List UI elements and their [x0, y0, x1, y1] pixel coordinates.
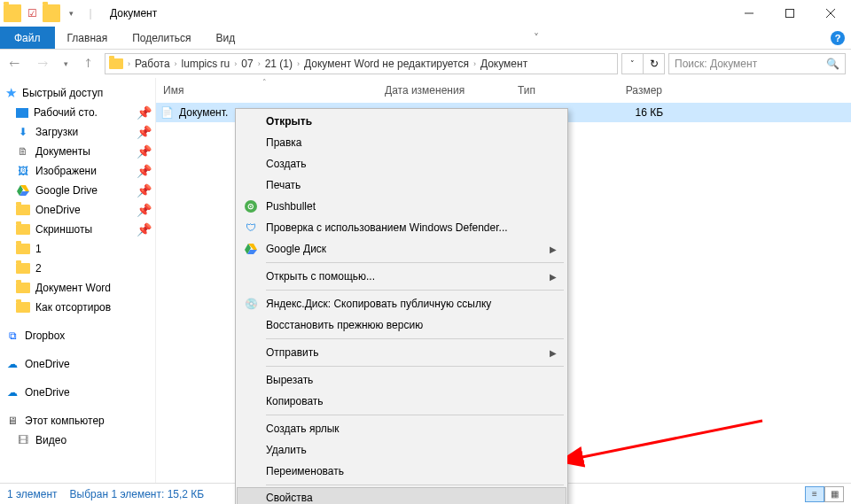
sidebar-quick-access[interactable]: ★Быстрый доступ	[0, 83, 155, 103]
breadcrumb[interactable]: Работа	[135, 58, 170, 70]
sidebar-onedrive-2[interactable]: ☁OneDrive	[0, 383, 155, 402]
breadcrumb[interactable]: 07	[241, 58, 253, 70]
breadcrumb[interactable]: 21 (1)	[265, 58, 293, 70]
menu-separator	[266, 485, 564, 485]
sidebar-item-word-doc[interactable]: Документ Word	[0, 278, 155, 298]
sidebar-item-sort[interactable]: Как отсортиров	[0, 298, 155, 317]
nav-up-button[interactable]: 🡑	[76, 53, 101, 74]
maximize-button[interactable]	[769, 0, 810, 27]
sidebar-item-1[interactable]: 1	[0, 239, 155, 259]
pin-icon: 📌	[137, 183, 152, 198]
help-button[interactable]: ?	[824, 27, 851, 49]
submenu-arrow-icon: ▶	[550, 348, 557, 358]
sidebar-this-pc[interactable]: 🖥Этот компьютер	[0, 411, 155, 430]
menu-item-label: Создать	[266, 158, 307, 170]
desktop-icon	[16, 108, 28, 118]
menu-item[interactable]: Восстановить прежнюю версию	[238, 314, 566, 336]
menu-item-label: Свойства	[266, 492, 313, 504]
status-selected: Выбран 1 элемент: 15,2 КБ	[70, 488, 205, 500]
ribbon: Файл Главная Поделиться Вид ˅ ?	[0, 27, 851, 50]
pushbullet-icon: ⊙	[243, 198, 259, 214]
menu-item[interactable]: ⊙Pushbullet	[238, 196, 566, 217]
column-size[interactable]: Размер	[599, 78, 670, 103]
menu-item[interactable]: Отправить▶	[238, 342, 566, 363]
menu-item-label: Вырезать	[266, 374, 313, 386]
menu-item[interactable]: Создать	[238, 153, 566, 174]
menu-item[interactable]: Вырезать	[238, 369, 566, 391]
folder-icon	[109, 57, 123, 71]
sidebar-item-onedrive-folder[interactable]: OneDrive📌	[0, 200, 155, 220]
pin-icon: 📌	[137, 164, 152, 178]
close-button[interactable]	[810, 0, 851, 27]
breadcrumb[interactable]: Документ Word не редактируется	[304, 58, 469, 70]
sidebar-onedrive[interactable]: ☁OneDrive	[0, 354, 155, 374]
menu-item-label: Проверка с использованием Windows Defend…	[266, 221, 508, 234]
menu-item[interactable]: 🛡Проверка с использованием Windows Defen…	[238, 217, 566, 238]
breadcrumb[interactable]: lumpics ru	[182, 58, 230, 70]
address-bar[interactable]: › Работа› lumpics ru› 07› 21 (1)› Докуме…	[105, 53, 618, 74]
menu-item[interactable]: Открыть с помощью...▶	[238, 266, 566, 287]
pin-icon: 📌	[137, 105, 152, 120]
sidebar-item-video[interactable]: 🎞Видео	[0, 430, 155, 450]
ribbon-file[interactable]: Файл	[0, 27, 55, 49]
menu-item[interactable]: Копировать	[238, 391, 566, 412]
menu-item[interactable]: Создать ярлык	[238, 418, 566, 439]
menu-item[interactable]: Google Диск▶	[238, 238, 566, 260]
breadcrumb[interactable]: Документ	[480, 58, 527, 70]
menu-item-label: Восстановить прежнюю версию	[266, 319, 423, 331]
menu-item[interactable]: Открыть	[238, 111, 566, 132]
nav-history-dropdown[interactable]: ▾	[59, 53, 73, 74]
pin-icon: 📌	[137, 144, 152, 159]
qat-dropdown-icon[interactable]: ▾	[62, 4, 80, 22]
nav-back-button[interactable]: 🡐	[2, 53, 27, 74]
status-count: 1 элемент	[7, 488, 58, 500]
downloads-icon: ⬇	[16, 125, 30, 139]
address-dropdown-button[interactable]: ˅	[621, 54, 643, 74]
folder-icon	[16, 203, 30, 217]
sidebar-item-screenshots[interactable]: Скриншоты📌	[0, 220, 155, 239]
sort-indicator-icon: ˄	[262, 78, 267, 87]
context-menu: ОткрытьПравкаСоздатьПечать⊙Pushbullet🛡Пр…	[235, 108, 568, 504]
menu-item[interactable]: Удалить	[238, 439, 566, 461]
menu-item[interactable]: 💿Яндекс.Диск: Скопировать публичную ссыл…	[238, 293, 566, 314]
refresh-button[interactable]: ↻	[643, 54, 664, 74]
chevron-right-icon: ›	[126, 59, 132, 68]
video-icon: 🎞	[16, 433, 30, 447]
details-view-button[interactable]: ≡	[805, 486, 824, 502]
column-date[interactable]: Дата изменения	[378, 78, 511, 103]
column-type[interactable]: Тип	[511, 78, 599, 103]
sidebar-item-downloads[interactable]: ⬇Загрузки📌	[0, 122, 155, 142]
sidebar-item-pictures[interactable]: 🖼Изображени📌	[0, 161, 155, 181]
file-name: Документ.	[179, 106, 228, 119]
menu-item-label: Переименовать	[266, 465, 344, 477]
address-row: 🡐 🡒 ▾ 🡑 › Работа› lumpics ru› 07› 21 (1)…	[0, 50, 851, 78]
folder-small-icon	[4, 4, 21, 22]
nav-forward-button[interactable]: 🡒	[30, 53, 55, 74]
folder-icon	[16, 261, 30, 275]
menu-separator	[266, 290, 564, 291]
minimize-button[interactable]	[729, 0, 769, 27]
folder-qa-icon[interactable]	[43, 4, 60, 22]
menu-item[interactable]: Свойства	[237, 487, 566, 504]
folder-icon	[16, 222, 30, 236]
sidebar-dropbox[interactable]: ⧉Dropbox	[0, 326, 155, 345]
menu-separator	[266, 262, 564, 263]
ribbon-tab-share[interactable]: Поделиться	[120, 27, 203, 49]
menu-item[interactable]: Правка	[238, 132, 566, 153]
search-input[interactable]: Поиск: Документ 🔍	[668, 53, 846, 74]
search-placeholder: Поиск: Документ	[675, 58, 757, 70]
sidebar-item-2[interactable]: 2	[0, 259, 155, 278]
column-name[interactable]: Имя	[156, 78, 378, 103]
menu-item[interactable]: Печать	[238, 174, 566, 196]
menu-item[interactable]: Переименовать	[238, 461, 566, 482]
sidebar-item-desktop[interactable]: Рабочий сто.📌	[0, 103, 155, 122]
properties-qa-icon[interactable]: ☑	[23, 4, 41, 22]
menu-item-label: Яндекс.Диск: Скопировать публичную ссылк…	[266, 298, 491, 310]
menu-item-label: Копировать	[266, 395, 324, 407]
ribbon-tab-home[interactable]: Главная	[55, 27, 121, 49]
sidebar-item-documents[interactable]: 🗎Документы📌	[0, 142, 155, 161]
thumbnails-view-button[interactable]: ▦	[824, 486, 844, 502]
ribbon-tab-view[interactable]: Вид	[203, 27, 247, 49]
sidebar-item-gdrive[interactable]: Google Drive📌	[0, 181, 155, 200]
ribbon-expand-icon[interactable]: ˅	[523, 27, 550, 49]
